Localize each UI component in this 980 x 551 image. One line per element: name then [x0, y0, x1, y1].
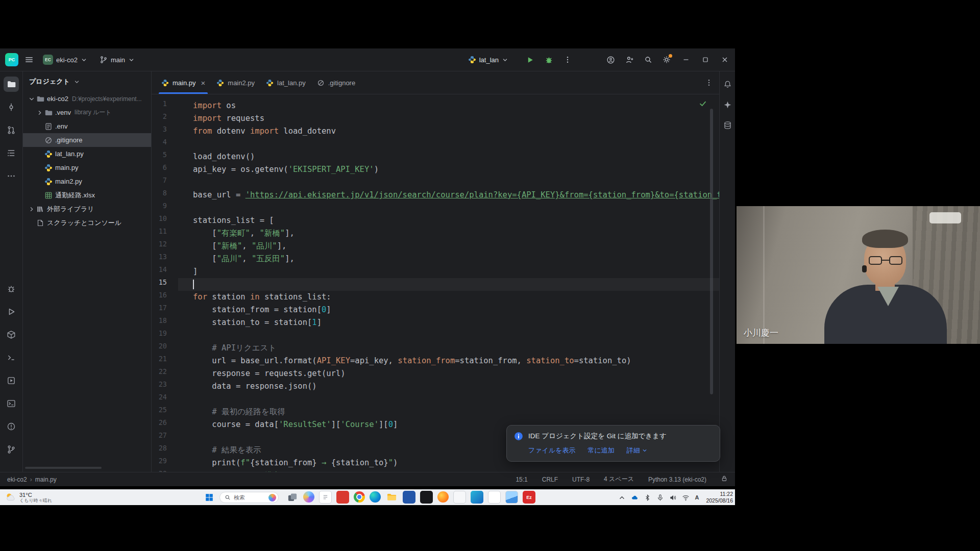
line-number-25[interactable]: 25	[152, 406, 178, 418]
breadcrumb-eki-co2[interactable]: eki-co2	[7, 476, 27, 483]
tree-horizontal-scrollbar[interactable]	[25, 467, 102, 469]
project-selector[interactable]: EC eki-co2	[40, 53, 90, 67]
tab-.gitignore[interactable]: .gitignore	[311, 71, 361, 94]
line-number-7[interactable]: 7	[152, 176, 178, 189]
tool-commit-button[interactable]	[4, 99, 19, 115]
tool-more-h-button[interactable]	[4, 168, 19, 184]
window-maximize-button[interactable]	[701, 56, 709, 64]
tree-item-main.py[interactable]: main.py	[23, 161, 151, 174]
line-number-13[interactable]: 13	[152, 253, 178, 265]
run-button[interactable]	[526, 56, 534, 64]
start-button[interactable]	[203, 491, 215, 504]
taskbar-doc-app-icon[interactable]	[488, 491, 501, 504]
taskbar-red-app-icon[interactable]	[336, 491, 349, 504]
status-python-3.13-eki-co2[interactable]: Python 3.13 (eki-co2)	[648, 476, 706, 483]
tray-mic-icon[interactable]	[656, 494, 664, 502]
taskbar-dark-app-icon[interactable]	[420, 491, 433, 504]
code-line-20[interactable]: # APIリクエスト	[178, 342, 719, 355]
line-number-30[interactable]: 30	[152, 469, 178, 472]
breadcrumb-main.py[interactable]: main.py	[35, 476, 57, 483]
code-line-2[interactable]: import requests	[178, 112, 719, 125]
code-line-17[interactable]: station_from = station[0]	[178, 304, 719, 316]
tree-item-.xlsx[interactable]: 通勤経路.xlsx	[23, 188, 151, 202]
tray-ime-icon[interactable]: A	[695, 494, 699, 500]
taskbar-clock[interactable]: 11:22 2025/08/16	[706, 491, 733, 504]
taskbar-copilot-icon[interactable]	[303, 491, 314, 503]
code-line-1[interactable]: import os	[178, 99, 719, 112]
tray-chevron-up-icon[interactable]	[618, 494, 626, 502]
code-line-3[interactable]: from dotenv import load_dotenv	[178, 125, 719, 138]
line-number-1[interactable]: 1	[152, 99, 178, 112]
tree-item-lat-lan.py[interactable]: lat_lan.py	[23, 147, 151, 161]
code-line-10[interactable]: stations_list = [	[178, 214, 719, 227]
debug-button[interactable]	[545, 56, 553, 64]
taskbar-task-view-icon[interactable]	[286, 491, 299, 504]
branch-selector[interactable]: main	[96, 54, 138, 66]
code-line-6[interactable]: api_key = os.getenv('EKISPERT_API_KEY')	[178, 163, 719, 176]
tree-item-main2.py[interactable]: main2.py	[23, 174, 151, 188]
code-line-16[interactable]: for station in stations_list:	[178, 291, 719, 304]
line-number-27[interactable]: 27	[152, 431, 178, 444]
line-number-4[interactable]: 4	[152, 138, 178, 151]
tool-debug-button[interactable]	[4, 281, 19, 296]
code-line-19[interactable]	[178, 329, 719, 342]
tool-database-button[interactable]	[721, 118, 734, 132]
status-4[interactable]: 4 スペース	[604, 475, 634, 484]
code-line-18[interactable]: station_to = station[1]	[178, 316, 719, 329]
tool-services-button[interactable]	[4, 373, 19, 388]
inspections-ok-icon[interactable]	[699, 99, 707, 108]
taskbar-teal-app-icon[interactable]	[471, 491, 483, 504]
line-number-23[interactable]: 23	[152, 380, 178, 393]
tool-ai-assistant-button[interactable]	[721, 98, 734, 111]
line-number-16[interactable]: 16	[152, 291, 178, 304]
code-line-7[interactable]	[178, 176, 719, 189]
tray-onedrive-icon[interactable]	[631, 494, 639, 502]
code-line-15[interactable]	[178, 278, 719, 291]
tree-item-item-8[interactable]: 外部ライブラリ	[23, 202, 151, 216]
weather-widget[interactable]: 31°C くもり時々晴れ	[0, 490, 57, 505]
line-number-8[interactable]: 8	[152, 189, 178, 202]
tool-structure-button[interactable]	[4, 145, 19, 161]
taskbar-edge-icon[interactable]	[370, 491, 381, 503]
code-editor[interactable]: 1234567891011121314151617181920212223242…	[152, 94, 719, 472]
taskbar-file-explorer-icon[interactable]	[385, 491, 398, 504]
tool-project-button[interactable]	[4, 77, 19, 92]
taskbar-window-app-icon[interactable]	[453, 491, 466, 504]
window-minimize-button[interactable]	[682, 56, 690, 64]
code-line-30[interactable]: print(f"co2排出量:{course['Route']['exhaust…	[178, 469, 719, 472]
tool-terminal-button[interactable]	[4, 396, 19, 411]
tab-main2.py[interactable]: main2.py	[211, 71, 260, 94]
line-number-20[interactable]: 20	[152, 342, 178, 355]
code-line-8[interactable]: base_url = 'https://api.ekispert.jp/v1/j…	[178, 189, 719, 202]
search-everywhere-button[interactable]	[644, 56, 652, 64]
tree-item-.gitignore[interactable]: .gitignore	[23, 133, 151, 147]
tree-item-eki-co2[interactable]: eki-co2D:¥projects¥experiment...	[23, 92, 151, 106]
status-crlf[interactable]: CRLF	[542, 476, 558, 483]
tool-run-button[interactable]	[4, 304, 19, 319]
line-number-5[interactable]: 5	[152, 151, 178, 163]
tool-python-console-button[interactable]	[4, 350, 19, 365]
tool-version-control-button[interactable]	[4, 442, 19, 457]
settings-button[interactable]	[663, 56, 671, 64]
taskbar-chrome-icon[interactable]	[354, 491, 365, 503]
line-number-10[interactable]: 10	[152, 214, 178, 227]
taskbar-orange-app-icon[interactable]	[437, 491, 449, 503]
tree-item-.env[interactable]: .env	[23, 119, 151, 133]
main-menu-button[interactable]	[24, 55, 34, 64]
line-number-29[interactable]: 29	[152, 457, 178, 469]
code-line-4[interactable]	[178, 138, 719, 151]
line-number-22[interactable]: 22	[152, 367, 178, 380]
line-number-18[interactable]: 18	[152, 316, 178, 329]
tab-main.py[interactable]: main.py×	[156, 71, 211, 94]
taskbar-blue-app-icon[interactable]	[403, 491, 415, 504]
more-actions-button[interactable]	[564, 56, 572, 64]
tool-problems-button[interactable]	[4, 419, 19, 434]
status-readonly-toggle[interactable]	[721, 475, 728, 484]
line-number-12[interactable]: 12	[152, 240, 178, 253]
code-line-24[interactable]	[178, 393, 719, 406]
code-line-5[interactable]: load_dotenv()	[178, 151, 719, 163]
code-line-22[interactable]: response = requests.get(url)	[178, 367, 719, 380]
tab-options-button[interactable]	[705, 79, 713, 87]
notification-action-3[interactable]: 詳細	[627, 446, 648, 455]
run-config-selector[interactable]: lat_lan	[468, 56, 508, 64]
